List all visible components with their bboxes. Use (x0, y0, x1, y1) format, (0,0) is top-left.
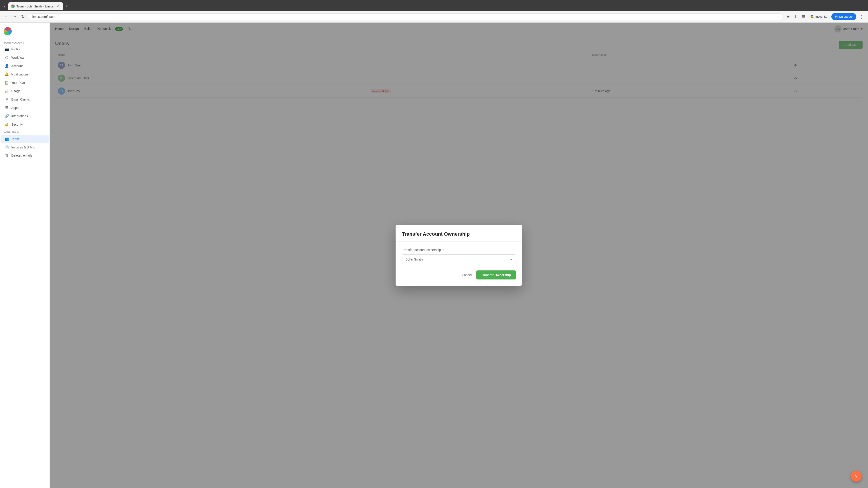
reload-button[interactable]: ↻ (20, 13, 26, 20)
email-clients-icon: ✉ (4, 97, 9, 101)
sidebar-item-label: Invoices & Billing (11, 145, 35, 149)
sidebar-item-label: Profile (11, 47, 20, 51)
your-account-section-label: YOUR ACCOUNT (0, 39, 50, 45)
ownership-transfer-select[interactable]: John Smith Freemium User John Jay (402, 254, 516, 264)
team-icon: 👥 (4, 137, 9, 141)
sidebar-item-label: Usage (11, 89, 20, 93)
modal-label: Transfer account ownership to (402, 248, 516, 252)
help-icon: ? (855, 474, 857, 479)
incognito-button[interactable]: 🕵 Incognito (808, 13, 830, 20)
tab-group-button[interactable]: ▼ (2, 4, 7, 9)
forward-button[interactable]: → (11, 13, 18, 20)
sidebar-item-email-clients[interactable]: ✉ Email Clients (1, 95, 49, 103)
plan-icon: 📋 (4, 80, 9, 85)
tab-close-button[interactable]: ✕ (56, 4, 60, 8)
download-button[interactable]: ⇓ (793, 13, 799, 20)
incognito-label: Incognito (815, 15, 827, 18)
sidebar-item-label: Workflow (11, 56, 24, 59)
sidebar-item-integrations[interactable]: 🔗 Integrations (1, 112, 49, 120)
tab-favicon (11, 4, 15, 8)
notifications-icon: 🔔 (4, 72, 9, 76)
sidebar-item-profile[interactable]: 📷 Profile (1, 45, 49, 53)
sidebar-item-deleted-emails[interactable]: 🗑 Deleted emails (1, 151, 49, 160)
sidebar-item-label: Deleted emails (11, 154, 32, 157)
sidebar-logo (0, 25, 50, 39)
app-container: YOUR ACCOUNT 📷 Profile ⬡ Workflow 👤 Acco… (0, 23, 868, 488)
tab-title: Team > John Smith > Litmus (17, 5, 54, 8)
browser-menu-button[interactable]: ⋮ (858, 13, 865, 20)
sidebar-item-workflow[interactable]: ⬡ Workflow (1, 53, 49, 62)
your-team-section-label: YOUR TEAM (0, 129, 50, 135)
sidebar-item-label: Team (11, 137, 19, 141)
sidebar-item-label: Apps (11, 106, 19, 109)
modal-title: Transfer Account Ownership (402, 231, 516, 237)
modal-footer: Cancel Transfer Ownership (396, 270, 522, 286)
cancel-button[interactable]: Cancel (461, 271, 473, 279)
sidebar-item-label: Your Plan (11, 81, 25, 85)
sidebar-item-notifications[interactable]: 🔔 Notifications (1, 70, 49, 78)
back-button[interactable]: ← (3, 13, 9, 20)
security-icon: 🔒 (4, 122, 9, 127)
usage-icon: 📊 (4, 89, 9, 93)
address-text: litmus.com/users (32, 15, 55, 19)
sidebar-item-team[interactable]: 👥 Team (1, 135, 49, 143)
account-icon: 👤 (4, 64, 9, 68)
apps-icon: ☰ (4, 105, 9, 110)
modal-overlay: Transfer Account Ownership Transfer acco… (50, 23, 868, 488)
deleted-emails-icon: 🗑 (4, 153, 9, 158)
sidebar-item-invoices[interactable]: 📄 Invoices & Billing (1, 143, 49, 151)
sidebar: YOUR ACCOUNT 📷 Profile ⬡ Workflow 👤 Acco… (0, 23, 50, 488)
sidebar-item-usage[interactable]: 📊 Usage (1, 87, 49, 95)
modal-header: Transfer Account Ownership (396, 225, 522, 242)
sidebar-item-label: Email Clients (11, 98, 30, 101)
sidebar-item-apps[interactable]: ☰ Apps (1, 103, 49, 112)
profile-icon: 📷 (4, 47, 9, 51)
integrations-icon: 🔗 (4, 114, 9, 118)
transfer-ownership-button[interactable]: Transfer Ownership (476, 270, 516, 280)
sidebar-toggle-button[interactable]: ☰ (800, 13, 806, 20)
sidebar-item-account[interactable]: 👤 Account (1, 62, 49, 70)
bookmark-button[interactable]: ★ (785, 13, 791, 20)
modal-body: Transfer account ownership to John Smith… (396, 242, 522, 270)
new-tab-button[interactable]: + (64, 3, 70, 10)
invoices-icon: 📄 (4, 145, 9, 149)
sidebar-item-label: Account (11, 64, 23, 68)
sidebar-item-your-plan[interactable]: 📋 Your Plan (1, 78, 49, 87)
help-button[interactable]: ? (851, 471, 862, 482)
finish-update-button[interactable]: Finish update (831, 13, 856, 20)
sidebar-item-security[interactable]: 🔒 Security (1, 120, 49, 129)
logo-image (4, 27, 12, 35)
sidebar-item-label: Security (11, 123, 23, 126)
active-tab: Team > John Smith > Litmus ✕ (8, 2, 63, 10)
transfer-ownership-modal: Transfer Account Ownership Transfer acco… (396, 225, 522, 286)
workflow-icon: ⬡ (4, 55, 9, 60)
incognito-icon: 🕵 (810, 15, 814, 18)
sidebar-item-label: Integrations (11, 114, 28, 118)
sidebar-item-label: Notifications (11, 72, 29, 76)
address-bar[interactable]: litmus.com/users (28, 13, 783, 20)
